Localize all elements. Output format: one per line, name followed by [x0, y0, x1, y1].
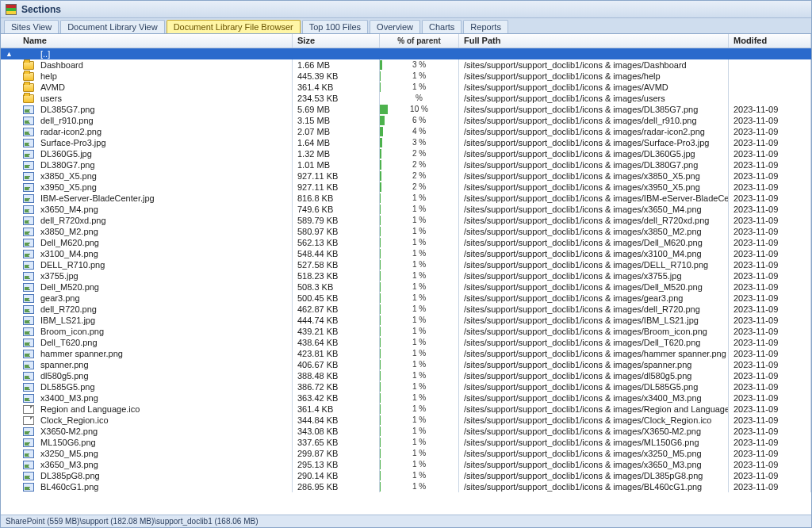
- table-row[interactable]: Clock_Region.ico344.84 KB1 %/sites/suppo…: [1, 415, 811, 426]
- table-row[interactable]: x3850_X5.png927.11 KB2 %/sites/support/s…: [1, 170, 811, 182]
- window-title: Sections: [21, 4, 61, 15]
- cell-path: /sites/support/support_doclib1/icons & i…: [459, 326, 729, 337]
- cell-modified: 2023-11-09: [729, 170, 811, 182]
- table-row[interactable]: dell_R720.png462.87 KB1 %/sites/support/…: [1, 304, 811, 315]
- table-row[interactable]: DL360G5.jpg1.32 MB2 %/sites/support/supp…: [1, 148, 811, 159]
- table-row[interactable]: IBM-eServer-BladeCenter.jpg816.8 KB1 %/s…: [1, 193, 811, 204]
- table-row[interactable]: DL585G5.png386.72 KB1 %/sites/support/su…: [1, 381, 811, 392]
- table-row[interactable]: hammer spanner.png423.81 KB1 %/sites/sup…: [1, 348, 811, 359]
- row-gutter: [1, 426, 18, 437]
- table-row[interactable]: Dell_M520.png508.3 KB1 %/sites/support/s…: [1, 281, 811, 293]
- cell-name: DL380G7.png: [36, 159, 293, 170]
- table-row[interactable]: dell_r910.png3.15 MB6 %/sites/support/su…: [1, 115, 811, 126]
- image-icon: [18, 215, 36, 226]
- table-row[interactable]: Surface-Pro3.jpg1.64 MB3 %/sites/support…: [1, 137, 811, 148]
- status-text: SharePoint (559 MB)\support (182.08 MB)\…: [6, 517, 259, 526]
- cell-modified: 2023-11-09: [729, 404, 811, 415]
- cell-size: 406.67 KB: [293, 359, 380, 370]
- table-row[interactable]: x3755.jpg518.23 KB1 %/sites/support/supp…: [1, 270, 811, 281]
- table-row[interactable]: Dell_M620.png562.13 KB1 %/sites/support/…: [1, 237, 811, 248]
- row-gutter: [1, 370, 18, 381]
- cell-modified: 2023-11-09: [729, 115, 811, 126]
- table-row[interactable]: x3250_M5.png299.87 KB1 %/sites/support/s…: [1, 448, 811, 459]
- cell-name: spanner.png: [36, 359, 293, 370]
- table-row[interactable]: X3650-M2.png343.08 KB1 %/sites/support/s…: [1, 426, 811, 437]
- tab-charts[interactable]: Charts: [422, 20, 462, 33]
- col-header-icon[interactable]: [1, 34, 18, 48]
- table-row[interactable]: x3650_M3.png295.13 KB1 %/sites/support/s…: [1, 459, 811, 470]
- tab-document-library-file-browser[interactable]: Document Library File Browser: [167, 20, 301, 33]
- col-header-modified[interactable]: Modifed: [729, 34, 811, 48]
- cell-path: /sites/support/support_doclib1/icons & i…: [459, 470, 729, 481]
- col-header-size[interactable]: Size: [293, 34, 380, 48]
- table-row[interactable]: DL380G7.png1.01 MB2 %/sites/support/supp…: [1, 159, 811, 170]
- cell-pct: 1 %: [380, 392, 459, 404]
- table-row[interactable]: x3400_M3.png363.42 KB1 %/sites/support/s…: [1, 392, 811, 404]
- cell-pct: 1 %: [380, 337, 459, 348]
- cell-pct: 1 %: [380, 348, 459, 359]
- image-icon: [18, 304, 36, 315]
- table-row[interactable]: Dell_T620.png438.64 KB1 %/sites/support/…: [1, 337, 811, 348]
- cell-name: x3850_M2.png: [36, 226, 293, 237]
- cell-modified: 2023-11-09: [729, 426, 811, 437]
- cell-modified: 2023-11-09: [729, 437, 811, 448]
- cell-path: /sites/support/support_doclib1/icons & i…: [459, 204, 729, 215]
- cell-pct: 3 %: [380, 59, 459, 71]
- table-row[interactable]: AVMD361.4 KB1 %/sites/support/support_do…: [1, 82, 811, 93]
- table-row[interactable]: gear3.png500.45 KB1 %/sites/support/supp…: [1, 293, 811, 304]
- tab-sites-view[interactable]: Sites View: [4, 20, 59, 33]
- table-row[interactable]: x3100_M4.png548.44 KB1 %/sites/support/s…: [1, 248, 811, 259]
- row-gutter: [1, 315, 18, 326]
- tab-top-100-files[interactable]: Top 100 Files: [302, 20, 368, 33]
- cell-pct: 1 %: [380, 193, 459, 204]
- cell-path: /sites/support/support_doclib1/icons & i…: [459, 137, 729, 148]
- grid-body[interactable]: ▲ [..] Dashboard1.66 MB3 %/sites/support…: [1, 48, 811, 515]
- col-header-path[interactable]: Full Path: [459, 34, 729, 48]
- cell-path: /sites/support/support_doclib1/icons & i…: [459, 281, 729, 293]
- cell-name: ML150G6.png: [36, 437, 293, 448]
- table-row[interactable]: Broom_icon.png439.21 KB1 %/sites/support…: [1, 326, 811, 337]
- table-row[interactable]: dell_R720xd.png589.79 KB1 %/sites/suppor…: [1, 215, 811, 226]
- table-row[interactable]: radar-icon2.png2.07 MB4 %/sites/support/…: [1, 126, 811, 137]
- cell-pct: 1 %: [380, 459, 459, 470]
- cell-modified: 2023-11-09: [729, 248, 811, 259]
- cell-pct: 1 %: [380, 215, 459, 226]
- cell-size: 439.21 KB: [293, 326, 380, 337]
- table-row[interactable]: DL385G7.png5.69 MB10 %/sites/support/sup…: [1, 104, 811, 115]
- cell-pct: 1 %: [380, 304, 459, 315]
- cell-path: /sites/support/support_doclib1/icons & i…: [459, 71, 729, 82]
- cell-size: 361.4 KB: [293, 82, 380, 93]
- table-row[interactable]: help445.39 KB1 %/sites/support/support_d…: [1, 71, 811, 82]
- image-icon: [18, 481, 36, 492]
- col-header-pct[interactable]: % of parent: [380, 34, 459, 48]
- tab-overview[interactable]: Overview: [370, 20, 420, 33]
- table-row[interactable]: BL460cG1.png286.95 KB1 %/sites/support/s…: [1, 481, 811, 492]
- table-row[interactable]: dl580g5.png388.48 KB1 %/sites/support/su…: [1, 370, 811, 381]
- cell-pct: 2 %: [380, 182, 459, 193]
- table-row[interactable]: Region and Language.ico361.4 KB1 %/sites…: [1, 404, 811, 415]
- cell-modified: 2023-11-09: [729, 470, 811, 481]
- table-row[interactable]: spanner.png406.67 KB1 %/sites/support/su…: [1, 359, 811, 370]
- tab-document-library-view[interactable]: Document Library View: [60, 20, 165, 33]
- table-row[interactable]: IBM_LS21.jpg444.74 KB1 %/sites/support/s…: [1, 315, 811, 326]
- cell-path: /sites/support/support_doclib1/icons & i…: [459, 159, 729, 170]
- table-row[interactable]: Dashboard1.66 MB3 %/sites/support/suppor…: [1, 59, 811, 71]
- table-row[interactable]: users234.53 KB%/sites/support/support_do…: [1, 93, 811, 104]
- tab-reports[interactable]: Reports: [463, 20, 508, 33]
- cell-size: 816.8 KB: [293, 193, 380, 204]
- table-row[interactable]: DL385pG8.png290.14 KB1 %/sites/support/s…: [1, 470, 811, 481]
- image-icon: [18, 193, 36, 204]
- row-parent-dir[interactable]: ▲ [..]: [1, 48, 811, 59]
- table-row[interactable]: x3950_X5.png927.11 KB2 %/sites/support/s…: [1, 182, 811, 193]
- table-row[interactable]: x3850_M2.png580.97 KB1 %/sites/support/s…: [1, 226, 811, 237]
- table-row[interactable]: ML150G6.png337.65 KB1 %/sites/support/su…: [1, 437, 811, 448]
- table-row[interactable]: DELL_R710.png527.58 KB1 %/sites/support/…: [1, 259, 811, 270]
- statusbar: SharePoint (559 MB)\support (182.08 MB)\…: [1, 515, 811, 527]
- cell-pct: 1 %: [380, 259, 459, 270]
- cell-modified: 2023-11-09: [729, 159, 811, 170]
- col-header-name[interactable]: Name: [18, 34, 293, 48]
- cell-pct: 1 %: [380, 315, 459, 326]
- image-icon: [18, 437, 36, 448]
- cell-size: 423.81 KB: [293, 348, 380, 359]
- table-row[interactable]: x3650_M4.png749.6 KB1 %/sites/support/su…: [1, 204, 811, 215]
